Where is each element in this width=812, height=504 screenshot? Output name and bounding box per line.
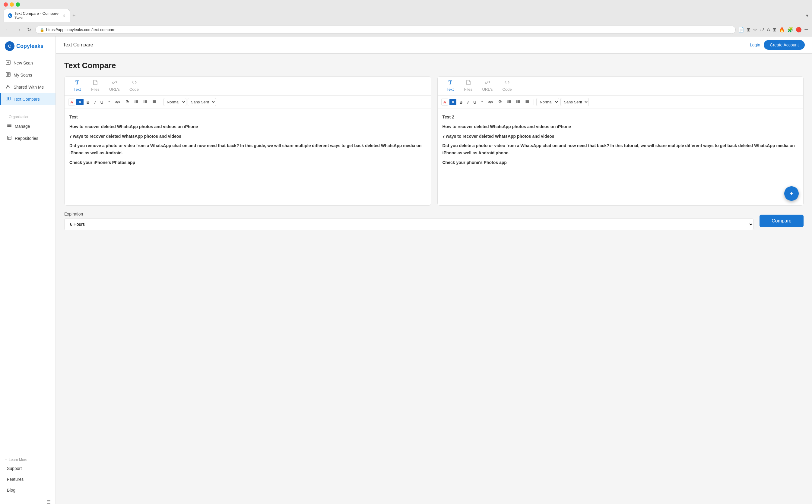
- page-title: Text Compare: [64, 61, 804, 70]
- active-tab[interactable]: C Text Compare - Compare Two+ ✕: [4, 9, 70, 22]
- right-underline-button[interactable]: U: [472, 99, 478, 106]
- tab-close-icon[interactable]: ✕: [62, 14, 65, 18]
- sidebar-item-repositories[interactable]: Repositories: [0, 132, 55, 144]
- lock-icon: 🔒: [40, 28, 44, 32]
- sidebar-item-label: Features: [7, 477, 24, 482]
- right-format-select[interactable]: Normal: [536, 98, 559, 106]
- font-highlight-button[interactable]: A: [76, 99, 83, 105]
- sidebar-item-blog[interactable]: Blog: [0, 485, 55, 496]
- fab-add-button[interactable]: +: [784, 186, 799, 201]
- italic-button[interactable]: I: [93, 99, 97, 106]
- browser-chrome: C Text Compare - Compare Two+ ✕ + ▾ ← → …: [0, 0, 812, 36]
- tab-collapse-icon[interactable]: ▾: [806, 13, 808, 18]
- underline-button[interactable]: U: [99, 99, 105, 106]
- right-bold-button[interactable]: B: [458, 99, 464, 106]
- left-editor-body[interactable]: Test How to recover deleted WhatsApp pho…: [65, 109, 431, 205]
- right-editor-body[interactable]: Test 2 How to recover deleted WhatsApp p…: [438, 109, 804, 205]
- forward-button[interactable]: →: [14, 27, 23, 33]
- logo[interactable]: C Copyleaks: [5, 41, 51, 51]
- right-italic-button[interactable]: I: [466, 99, 470, 106]
- blockquote-button[interactable]: ": [106, 99, 112, 106]
- right-tab-urls-label: URL's: [482, 87, 493, 92]
- right-unordered-list-button[interactable]: [514, 98, 522, 106]
- new-tab-button[interactable]: +: [70, 12, 78, 19]
- right-link-button[interactable]: [496, 98, 504, 106]
- left-tab-code[interactable]: Code: [125, 77, 144, 95]
- sync-icon[interactable]: ⊞: [773, 27, 776, 33]
- puzzle-icon[interactable]: 🧩: [787, 27, 793, 33]
- link-button[interactable]: [123, 98, 131, 106]
- shared-icon: [6, 84, 11, 90]
- font-select[interactable]: Sans Serif: [188, 98, 216, 106]
- sidebar-item-manage[interactable]: Manage: [0, 120, 55, 132]
- format-select[interactable]: Normal: [163, 98, 186, 106]
- menu-icon[interactable]: ☰: [804, 27, 808, 33]
- right-tab-urls[interactable]: URL's: [478, 77, 498, 95]
- create-account-button[interactable]: Create Account: [764, 40, 805, 50]
- right-editor-tabs: T Text Files: [438, 77, 804, 96]
- new-scan-icon: [6, 60, 11, 66]
- right-align-button[interactable]: [523, 98, 531, 106]
- reader-mode-icon[interactable]: 📄: [738, 27, 744, 33]
- bookmark-icon[interactable]: ☆: [753, 27, 757, 33]
- firefox-icon[interactable]: 🔥: [779, 27, 785, 33]
- sidebar-item-support[interactable]: Support: [0, 463, 55, 474]
- right-urls-tab-icon: [485, 80, 490, 86]
- header-actions: Login Create Account: [750, 40, 805, 50]
- sidebar-item-label: Manage: [15, 124, 30, 129]
- right-tab-code[interactable]: Code: [498, 77, 517, 95]
- main-area: Text Compare Login Create Account Text C…: [56, 36, 812, 504]
- sidebar-item-new-scan[interactable]: New Scan: [0, 57, 55, 69]
- extensions-icon[interactable]: ⊞: [747, 27, 750, 33]
- bottom-bar: Expiration 6 Hours 1 Hour 12 Hours 24 Ho…: [64, 212, 804, 230]
- app-layout: C Copyleaks New Scan My Scans Shared Wit…: [0, 36, 812, 504]
- unordered-list-button[interactable]: [141, 98, 149, 106]
- right-font-color-button[interactable]: A: [441, 99, 448, 106]
- left-tab-urls-label: URL's: [109, 87, 120, 92]
- right-tab-files[interactable]: Files: [460, 77, 478, 95]
- reload-button[interactable]: ↻: [25, 26, 33, 33]
- browser-tabs: C Text Compare - Compare Two+ ✕ + ▾: [4, 9, 808, 22]
- compare-button[interactable]: Compare: [760, 215, 804, 227]
- sidebar-item-text-compare[interactable]: Text Compare: [0, 93, 55, 105]
- right-font-highlight-button[interactable]: A: [450, 99, 457, 105]
- fullscreen-btn[interactable]: [16, 2, 20, 7]
- code-button[interactable]: </>: [113, 99, 122, 106]
- right-ordered-list-button[interactable]: [505, 98, 513, 106]
- back-button[interactable]: ←: [4, 27, 12, 33]
- expiration-select[interactable]: 6 Hours 1 Hour 12 Hours 24 Hours 7 Days: [64, 218, 754, 230]
- close-btn[interactable]: [4, 2, 8, 7]
- right-font-select[interactable]: Sans Serif: [561, 98, 589, 106]
- text-compare-icon: [6, 96, 11, 102]
- right-tab-text[interactable]: T Text: [441, 77, 460, 95]
- font-color-button[interactable]: A: [68, 99, 75, 106]
- sidebar-item-label: Text Compare: [14, 97, 40, 102]
- left-tab-files[interactable]: Files: [86, 77, 104, 95]
- left-editor-tabs: T Text Files: [65, 77, 431, 96]
- account-icon[interactable]: A: [767, 27, 770, 33]
- logo-icon: C: [5, 41, 14, 51]
- sidebar-item-features[interactable]: Features: [0, 474, 55, 485]
- bold-button[interactable]: B: [85, 99, 91, 106]
- tab-favicon: C: [8, 13, 12, 18]
- left-tab-urls[interactable]: URL's: [104, 77, 125, 95]
- svg-point-10: [144, 101, 144, 102]
- sidebar-item-shared-with-me[interactable]: Shared With Me: [0, 81, 55, 93]
- login-button[interactable]: Login: [750, 43, 760, 47]
- right-content-line-2: How to recover deleted WhatsApp photos a…: [443, 124, 571, 129]
- code-tab-icon: [131, 80, 137, 86]
- left-content-line-5: Check your iPhone's Photos app: [69, 160, 135, 165]
- ordered-list-button[interactable]: [132, 98, 140, 106]
- sidebar-item-label: Repositories: [15, 136, 38, 141]
- left-tab-text[interactable]: T Text: [68, 77, 86, 95]
- align-button[interactable]: [150, 98, 158, 106]
- security-ext-icon[interactable]: 🔴: [796, 27, 802, 33]
- browser-toolbar: ← → ↻ 🔒 https://app.copyleaks.com/text-c…: [4, 24, 808, 36]
- address-bar[interactable]: 🔒 https://app.copyleaks.com/text-compare: [35, 26, 736, 34]
- minimize-btn[interactable]: [10, 2, 14, 7]
- shield-icon[interactable]: 🛡: [760, 27, 764, 33]
- sidebar-item-my-scans[interactable]: My Scans: [0, 69, 55, 81]
- sidebar-collapse-icon[interactable]: ☰: [46, 499, 51, 504]
- right-blockquote-button[interactable]: ": [479, 99, 485, 106]
- right-code-button[interactable]: </>: [486, 99, 495, 106]
